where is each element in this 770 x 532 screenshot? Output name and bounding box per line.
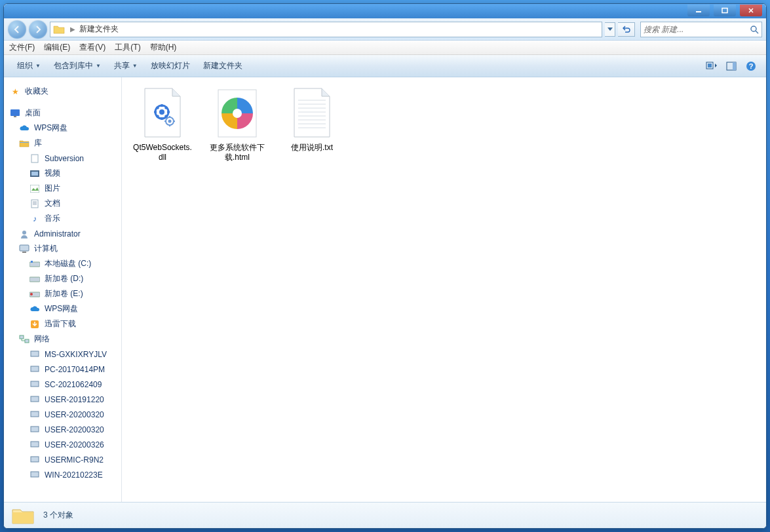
- svg-rect-15: [30, 185, 39, 193]
- file-label: 更多系统软件下载.html: [206, 143, 269, 162]
- sidebar-admin[interactable]: Administrator: [4, 226, 121, 241]
- svg-point-42: [233, 109, 242, 118]
- library-icon: [18, 138, 30, 149]
- sidebar-drive-d[interactable]: 新加卷 (D:): [4, 271, 121, 286]
- maximize-button[interactable]: [714, 5, 736, 16]
- toolbar-slideshow[interactable]: 放映幻灯片: [144, 60, 197, 71]
- svg-rect-1: [722, 9, 727, 13]
- search-input[interactable]: [644, 25, 750, 34]
- sidebar-net-4[interactable]: USER-20200320: [4, 407, 121, 422]
- html-icon: [213, 86, 261, 140]
- sidebar-net-3[interactable]: USER-20191220: [4, 392, 121, 407]
- video-icon: [29, 168, 41, 179]
- desktop-icon: [9, 108, 21, 119]
- picture-icon: [29, 183, 41, 194]
- help-button[interactable]: ?: [742, 58, 760, 75]
- breadcrumb-folder[interactable]: 新建文件夹: [79, 24, 119, 35]
- toolbar-share[interactable]: 共享▼: [107, 60, 144, 71]
- pc-icon: [29, 425, 41, 435]
- sidebar-lib-doc[interactable]: 文档: [4, 196, 121, 211]
- pc-icon: [29, 440, 41, 450]
- address-dropdown[interactable]: [605, 22, 615, 37]
- back-button[interactable]: [8, 20, 26, 39]
- refresh-button[interactable]: [618, 22, 635, 37]
- svg-rect-20: [29, 262, 40, 267]
- drive-icon: [29, 289, 41, 299]
- svg-rect-31: [31, 396, 39, 402]
- forward-button[interactable]: [29, 20, 47, 39]
- svg-rect-12: [31, 155, 38, 162]
- sidebar-net-7[interactable]: USERMIC-R9N2: [4, 452, 121, 467]
- sidebar-favorites[interactable]: ★收藏夹: [4, 84, 121, 99]
- titlebar: [4, 4, 766, 18]
- explorer-window: ▶ 新建文件夹 文件(F) 编辑(E) 查看(V) 工具(T) 帮助(H) 组织…: [3, 3, 767, 529]
- sidebar-lib-video[interactable]: 视频: [4, 166, 121, 181]
- pc-icon: [29, 379, 41, 390]
- body: ★收藏夹 桌面 WPS网盘 库 Subversion 视频 图片 文档 ♪音乐 …: [4, 77, 766, 502]
- sidebar-lib-picture[interactable]: 图片: [4, 181, 121, 196]
- svg-point-38: [159, 109, 164, 115]
- sidebar-desktop[interactable]: 桌面: [4, 105, 121, 121]
- sidebar-drive-e[interactable]: 新加卷 (E:): [4, 286, 121, 301]
- sidebar-network[interactable]: 网络: [4, 332, 121, 347]
- svg-rect-11: [20, 142, 29, 143]
- doc-icon: [29, 153, 41, 164]
- svg-rect-22: [29, 277, 40, 282]
- search-icon: [750, 25, 759, 34]
- doc-icon: [29, 199, 41, 209]
- drive-icon: [29, 274, 41, 284]
- file-label: 使用说明.txt: [291, 143, 333, 153]
- pc-icon: [29, 364, 41, 375]
- sidebar-lib-music[interactable]: ♪音乐: [4, 211, 121, 226]
- pc-icon: [29, 470, 41, 480]
- menu-tools[interactable]: 工具(T): [115, 42, 140, 53]
- menu-edit[interactable]: 编辑(E): [44, 42, 70, 53]
- sidebar-net-5[interactable]: USER-20200320: [4, 422, 121, 437]
- sidebar-drive-c[interactable]: 本地磁盘 (C:): [4, 256, 121, 271]
- sidebar-library[interactable]: 库: [4, 136, 121, 151]
- sidebar-net-6[interactable]: USER-20200326: [4, 437, 121, 452]
- svg-rect-29: [31, 366, 39, 371]
- file-pane[interactable]: Qt5WebSockets.dll 更多系统软件下载.html 使用说明.txt: [122, 77, 766, 502]
- sidebar-wps[interactable]: WPS网盘: [4, 121, 121, 136]
- svg-rect-21: [31, 261, 33, 263]
- file-label: Qt5WebSockets.dll: [131, 143, 194, 162]
- svg-point-40: [168, 120, 172, 123]
- menu-file[interactable]: 文件(F): [9, 42, 35, 53]
- download-icon: [29, 319, 41, 330]
- toolbar-include[interactable]: 包含到库中▼: [47, 60, 107, 71]
- sidebar-computer[interactable]: 计算机: [4, 241, 121, 256]
- preview-pane-button[interactable]: [723, 58, 740, 75]
- view-mode-button[interactable]: [703, 58, 720, 75]
- status-bar: 3 个对象: [4, 502, 766, 528]
- sidebar-net-2[interactable]: SC-2021062409: [4, 377, 121, 392]
- star-icon: ★: [9, 86, 21, 97]
- pc-icon: [29, 409, 41, 420]
- close-button[interactable]: [740, 5, 762, 16]
- menu-help[interactable]: 帮助(H): [150, 42, 177, 53]
- address-bar[interactable]: ▶ 新建文件夹: [50, 22, 602, 37]
- breadcrumb-separator: ▶: [66, 26, 79, 33]
- svg-point-17: [22, 231, 26, 235]
- svg-rect-6: [733, 62, 736, 70]
- minimize-button[interactable]: [687, 5, 710, 16]
- sidebar-net-1[interactable]: PC-20170414PM: [4, 362, 121, 377]
- file-item-html[interactable]: 更多系统软件下载.html: [206, 86, 269, 162]
- toolbar-newfolder[interactable]: 新建文件夹: [197, 60, 249, 71]
- sidebar-net-8[interactable]: WIN-20210223E: [4, 467, 121, 482]
- svg-point-2: [751, 26, 756, 31]
- sidebar-drive-wps[interactable]: WPS网盘: [4, 301, 121, 316]
- sidebar-net-0[interactable]: MS-GXKIXRYJLV: [4, 347, 121, 362]
- sidebar-drive-xunlei[interactable]: 迅雷下载: [4, 316, 121, 332]
- toolbar-organize[interactable]: 组织▼: [10, 60, 47, 71]
- file-item-txt[interactable]: 使用说明.txt: [280, 86, 343, 153]
- sidebar-lib-subversion[interactable]: Subversion: [4, 151, 121, 166]
- search-box[interactable]: [640, 22, 762, 37]
- svg-rect-19: [22, 252, 26, 253]
- user-icon: [18, 229, 30, 239]
- svg-point-24: [30, 293, 33, 295]
- cloud-icon: [18, 123, 30, 134]
- menu-view[interactable]: 查看(V): [79, 42, 106, 53]
- svg-rect-14: [31, 172, 38, 176]
- file-item-dll[interactable]: Qt5WebSockets.dll: [131, 86, 194, 162]
